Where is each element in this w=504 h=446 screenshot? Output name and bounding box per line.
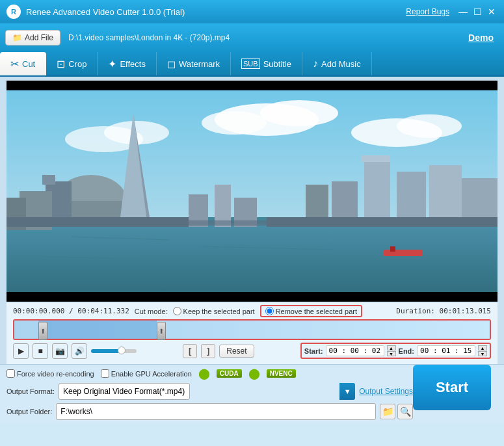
- nvidia-cuda-icon: ⬤: [198, 367, 210, 380]
- tab-crop-label: Crop: [68, 59, 86, 69]
- svg-rect-33: [7, 217, 189, 227]
- start-time-input[interactable]: [326, 345, 384, 356]
- controls-area: 00:00:00.000 / 00:04:11.332 Cut mode: Ke…: [7, 302, 497, 364]
- trim-handle-right[interactable]: ⬆: [157, 322, 166, 340]
- folder-row: Output Folder: 📁 🔍: [7, 403, 413, 420]
- svg-rect-34: [267, 217, 497, 227]
- tab-watermark[interactable]: ◻ Watermark: [157, 52, 231, 75]
- svg-rect-35: [7, 81, 497, 90]
- mark-in-button[interactable]: [: [183, 344, 197, 358]
- mark-out-button[interactable]: ]: [201, 344, 215, 358]
- bottom-left: Force video re-encoding Enable GPU Accel…: [7, 367, 413, 420]
- start-button[interactable]: Start: [413, 365, 491, 410]
- report-bugs-link[interactable]: Report Bugs: [406, 7, 449, 16]
- format-select-wrapper: Keep Original Video Format(*.mp4) ▼: [59, 383, 355, 400]
- end-spin-buttons: ▲ ▼: [478, 345, 487, 356]
- browse-folder-button[interactable]: 📁: [380, 404, 395, 419]
- tab-cut-label: Cut: [22, 59, 35, 69]
- playback-controls: ▶ ■ 📷 🔊 [ ] Reset Start: ▲ ▼ End:: [13, 343, 491, 359]
- start-spin-up[interactable]: ▲: [387, 345, 396, 350]
- cut-mode-label: Cut mode:: [135, 308, 168, 315]
- add-file-label: Add File: [25, 33, 53, 42]
- trim-handle-left[interactable]: ⬆: [38, 322, 47, 340]
- gpu-accel-option[interactable]: Enable GPU Acceleration: [101, 369, 192, 378]
- app-title: Renee Advanced Video Cutter 1.0.0 (Trial…: [26, 7, 406, 17]
- cut-icon: ✂: [10, 58, 19, 70]
- bottom-bar: Force video re-encoding Enable GPU Accel…: [0, 364, 504, 423]
- output-settings-button[interactable]: Output Settings: [359, 387, 413, 396]
- tab-effects-label: Effects: [120, 59, 146, 69]
- file-path-display: D:\1.video samples\London in 4K - (720p)…: [63, 33, 466, 42]
- search-folder-button[interactable]: 🔍: [397, 404, 413, 419]
- titlebar: R Renee Advanced Video Cutter 1.0.0 (Tri…: [0, 0, 504, 23]
- add-file-icon: 📁: [12, 33, 22, 42]
- crop-icon: ⊡: [57, 58, 65, 70]
- tab-subtitle[interactable]: SUB Subtitle: [231, 52, 302, 75]
- svg-point-2: [260, 100, 338, 126]
- force-reencode-label: Force video re-encoding: [17, 370, 94, 378]
- start-spin-buttons: ▲ ▼: [387, 345, 396, 356]
- tab-addmusic[interactable]: ♪ Add Music: [302, 52, 372, 75]
- minimize-button[interactable]: —: [457, 6, 469, 18]
- left-handle-icon: ⬆: [40, 328, 46, 335]
- time-range-group: Start: ▲ ▼ End: ▲ ▼: [300, 343, 491, 359]
- right-handle-icon: ⬆: [159, 328, 164, 335]
- remove-selected-radio[interactable]: [265, 307, 274, 315]
- keep-selected-option[interactable]: Keep the selected part: [173, 307, 255, 315]
- gpu-accel-checkbox[interactable]: [101, 369, 109, 378]
- video-player[interactable]: WORLD: [7, 81, 497, 302]
- end-spin-up[interactable]: ▲: [478, 345, 487, 350]
- end-spin-down[interactable]: ▼: [478, 351, 487, 356]
- output-format-label: Output Format:: [7, 387, 55, 395]
- svg-rect-30: [384, 250, 423, 256]
- volume-button[interactable]: 🔊: [72, 343, 87, 359]
- trim-selection: [38, 321, 157, 339]
- tab-effects[interactable]: ✦ Effects: [98, 52, 157, 75]
- trim-bar[interactable]: ⬆ ⬆: [13, 319, 491, 340]
- format-select[interactable]: Keep Original Video Format(*.mp4): [59, 383, 190, 400]
- end-label: End:: [399, 347, 414, 355]
- watermark-icon: ◻: [167, 58, 176, 70]
- subtitle-icon: SUB: [241, 59, 260, 69]
- svg-rect-8: [7, 224, 497, 302]
- volume-slider[interactable]: [91, 349, 137, 353]
- demo-label[interactable]: Demo: [468, 33, 499, 43]
- video-frame: WORLD: [7, 81, 497, 302]
- remove-selected-option[interactable]: Remove the selected part: [260, 305, 362, 317]
- gpu-accel-label: Enable GPU Acceleration: [111, 370, 192, 378]
- format-dropdown-arrow: ▼: [339, 383, 355, 400]
- tab-watermark-label: Watermark: [179, 59, 220, 69]
- nvidia-nvenc-icon: ⬤: [248, 367, 260, 380]
- reset-button[interactable]: Reset: [219, 345, 254, 358]
- close-button[interactable]: ✕: [486, 6, 497, 18]
- svg-point-5: [397, 114, 462, 138]
- force-reencode-checkbox[interactable]: [7, 369, 15, 378]
- keep-selected-radio[interactable]: [173, 307, 181, 315]
- folder-icons: 📁 🔍: [380, 404, 413, 419]
- addmusic-icon: ♪: [313, 58, 318, 70]
- tab-cut[interactable]: ✂ Cut: [0, 52, 46, 75]
- nvenc-badge: NVENC: [267, 369, 296, 378]
- format-row: Output Format: Keep Original Video Forma…: [7, 383, 413, 400]
- timecode-display: 00:00:00.000 / 00:04:11.332: [13, 307, 129, 315]
- svg-rect-24: [361, 155, 390, 162]
- tab-subtitle-label: Subtitle: [263, 59, 291, 69]
- output-folder-input[interactable]: [56, 403, 376, 420]
- options-row: Force video re-encoding Enable GPU Accel…: [7, 367, 413, 380]
- maximize-button[interactable]: ☐: [471, 6, 483, 18]
- svg-rect-31: [390, 246, 395, 252]
- output-folder-label: Output Folder:: [7, 408, 52, 415]
- svg-point-3: [202, 111, 267, 135]
- force-reencode-option[interactable]: Force video re-encoding: [7, 369, 94, 378]
- main-content: WORLD: [0, 77, 504, 364]
- volume-thumb[interactable]: [118, 347, 126, 354]
- cut-mode-group: Keep the selected part Remove the select…: [173, 305, 362, 317]
- start-spin-down[interactable]: ▼: [387, 351, 396, 356]
- end-time-input[interactable]: [417, 345, 475, 356]
- add-file-button[interactable]: 📁 Add File: [5, 30, 60, 46]
- tab-crop[interactable]: ⊡ Crop: [46, 52, 98, 75]
- play-button[interactable]: ▶: [13, 343, 29, 359]
- snapshot-button[interactable]: 📷: [52, 343, 68, 359]
- stop-button[interactable]: ■: [33, 343, 48, 359]
- main-toolbar: 📁 Add File D:\1.video samples\London in …: [0, 23, 504, 52]
